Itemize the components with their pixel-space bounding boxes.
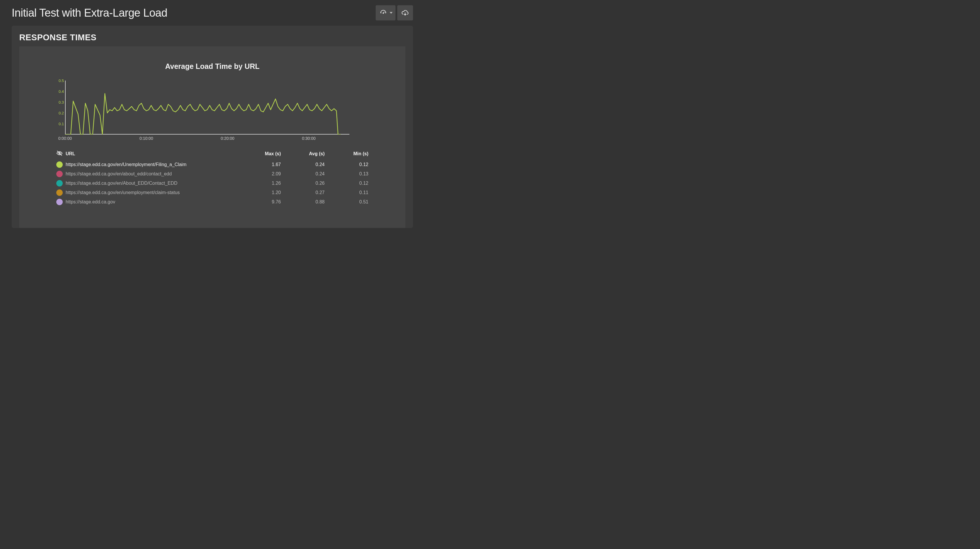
cell-url: https://stage.edd.ca.gov/en/Unemployment… [65, 162, 237, 167]
cell-max: 1.20 [237, 190, 281, 195]
cell-avg: 0.27 [281, 190, 325, 195]
cell-min: 0.12 [325, 181, 368, 186]
y-tick-label: 0.4 [59, 89, 64, 94]
x-tick-label: 0:30:00 [302, 136, 316, 141]
col-header-min: Min (s) [325, 151, 368, 156]
download-cloud-button[interactable] [397, 5, 413, 21]
table-row[interactable]: https://stage.edd.ca.gov/en/Unemployment… [56, 160, 368, 169]
cell-max: 1.26 [237, 181, 281, 186]
cell-max: 2.09 [237, 171, 281, 177]
legend-table: URL Max (s) Avg (s) Min (s) https://stag… [56, 149, 368, 207]
page-title: Initial Test with Extra-Large Load [12, 7, 167, 19]
table-row[interactable]: https://stage.edd.ca.gov/en/unemployment… [56, 188, 368, 197]
cell-url: https://stage.edd.ca.gov/en/about_edd/co… [65, 171, 237, 177]
col-header-url: URL [65, 151, 237, 156]
chart-plot-area: 0.10.20.30.40.5 0:00:000:10:000:20:000:3… [65, 81, 360, 145]
cell-min: 0.11 [325, 190, 368, 195]
col-header-max: Max (s) [237, 151, 281, 156]
series-color-swatch [56, 199, 63, 205]
cell-max: 9.76 [237, 199, 281, 204]
cell-max: 1.67 [237, 162, 281, 167]
x-tick-label: 0:00:00 [58, 136, 72, 141]
x-tick-label: 0:10:00 [139, 136, 153, 141]
header-actions [375, 5, 413, 21]
x-axis-ticks: 0:00:000:10:000:20:000:30:00 [65, 136, 349, 142]
cell-avg: 0.88 [281, 199, 325, 204]
series-color-swatch [56, 190, 63, 196]
y-tick-label: 0.3 [59, 100, 64, 104]
y-tick-label: 0.1 [59, 122, 64, 126]
chart-card: Average Load Time by URL 0.10.20.30.40.5… [19, 46, 406, 228]
panel-title: RESPONSE TIMES [19, 33, 406, 42]
chevron-down-icon [390, 12, 393, 14]
gauge-icon [380, 10, 387, 16]
cell-avg: 0.24 [281, 162, 325, 167]
y-tick-label: 0.5 [59, 78, 64, 83]
table-row[interactable]: https://stage.edd.ca.gov/en/About_EDD/Co… [56, 179, 368, 188]
cell-url: https://stage.edd.ca.gov [65, 199, 237, 204]
cell-avg: 0.26 [281, 181, 325, 186]
cell-min: 0.12 [325, 162, 368, 167]
cell-min: 0.13 [325, 171, 368, 177]
cell-url: https://stage.edd.ca.gov/en/About_EDD/Co… [65, 181, 237, 186]
table-row[interactable]: https://stage.edd.ca.gov/en/about_edd/co… [56, 169, 368, 179]
eye-off-icon [56, 150, 63, 158]
cell-min: 0.51 [325, 199, 368, 204]
series-color-swatch [56, 161, 63, 168]
series-color-swatch [56, 180, 63, 187]
x-tick-label: 0:20:00 [221, 136, 234, 141]
dashboard-dropdown-button[interactable] [375, 5, 396, 21]
table-row[interactable]: https://stage.edd.ca.gov9.760.880.51 [56, 197, 368, 207]
chart-line-series [65, 81, 349, 134]
table-header-row: URL Max (s) Avg (s) Min (s) [56, 149, 368, 160]
cloud-download-icon [401, 10, 409, 16]
response-times-panel: RESPONSE TIMES Average Load Time by URL … [12, 26, 413, 228]
chart-title: Average Load Time by URL [31, 62, 394, 71]
y-axis-ticks: 0.10.20.30.40.5 [56, 81, 64, 134]
series-color-swatch [56, 171, 63, 177]
col-header-avg: Avg (s) [281, 151, 325, 156]
cell-avg: 0.24 [281, 171, 325, 177]
cell-url: https://stage.edd.ca.gov/en/unemployment… [65, 190, 237, 195]
page-header: Initial Test with Extra-Large Load [12, 5, 413, 21]
y-tick-label: 0.2 [59, 111, 64, 115]
visibility-toggle-all[interactable] [56, 150, 65, 158]
